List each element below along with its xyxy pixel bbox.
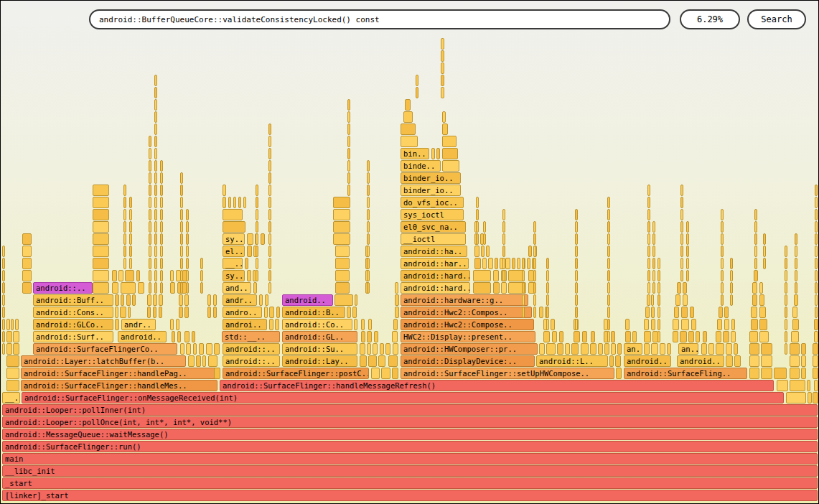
flame-frame[interactable] [442, 136, 457, 147]
flame-frame[interactable] [752, 294, 757, 306]
flame-frame[interactable] [128, 307, 131, 318]
flame-frame[interactable] [213, 307, 217, 318]
flame-frame[interactable] [681, 319, 689, 330]
flame-frame[interactable] [373, 343, 378, 355]
flame-frame[interactable] [647, 185, 650, 196]
flame-frame[interactable] [123, 233, 126, 245]
flame-frame[interactable] [815, 197, 818, 208]
flame-frame[interactable] [607, 233, 610, 245]
flame-frame[interactable] [247, 233, 253, 245]
flame-frame[interactable] [473, 282, 491, 294]
flame-frame[interactable] [245, 258, 248, 269]
flame-frame[interactable] [543, 331, 550, 342]
flame-frame[interactable] [680, 246, 683, 257]
flame-frame[interactable] [574, 331, 580, 342]
flame-frame[interactable] [154, 270, 157, 281]
flame-frame[interactable] [186, 246, 189, 257]
flame-frame[interactable] [268, 209, 271, 220]
flame-frame[interactable] [347, 123, 350, 135]
flame-frame[interactable] [559, 331, 563, 342]
flame-frame[interactable] [115, 307, 118, 318]
flame-frame[interactable] [154, 258, 157, 269]
flame-frame[interactable] [815, 258, 818, 269]
flame-frame[interactable] [808, 392, 812, 403]
flame-frame[interactable] [442, 148, 458, 159]
flame-frame[interactable] [785, 258, 787, 269]
flame-frame[interactable] [416, 87, 418, 98]
flame-frame[interactable] [405, 99, 411, 111]
flame-frame[interactable]: binde.. [401, 160, 441, 172]
flame-frame[interactable] [360, 355, 367, 367]
flame-frame[interactable] [160, 246, 163, 257]
flame-frame[interactable] [112, 270, 117, 281]
flame-frame[interactable] [2, 343, 5, 355]
flame-frame[interactable]: _start [2, 477, 818, 489]
flame-frame[interactable] [149, 258, 151, 269]
flame-frame[interactable] [539, 307, 543, 318]
flame-frame[interactable] [129, 221, 132, 233]
flame-frame[interactable] [647, 246, 650, 257]
flame-frame[interactable]: HWC2::Display::present.. [401, 331, 535, 342]
flame-frame[interactable] [149, 270, 151, 281]
flame-frame[interactable]: el.. [223, 246, 245, 257]
flame-frame[interactable] [790, 355, 800, 367]
flame-frame[interactable] [801, 343, 806, 355]
flame-frame[interactable] [686, 246, 689, 257]
flame-frame[interactable] [786, 392, 806, 403]
flame-frame[interactable] [184, 307, 189, 318]
flame-frame[interactable] [170, 270, 174, 281]
flame-frame[interactable] [680, 221, 683, 233]
flame-frame[interactable] [200, 258, 203, 269]
flame-frame[interactable] [6, 343, 12, 355]
flame-frame[interactable] [153, 294, 157, 306]
flame-frame[interactable] [154, 123, 157, 135]
flame-frame[interactable] [795, 282, 797, 294]
flame-frame[interactable] [202, 355, 206, 367]
flame-frame[interactable] [721, 233, 724, 245]
flame-frame[interactable] [625, 319, 630, 330]
flame-frame[interactable]: android.. [282, 294, 333, 306]
flame-frame[interactable] [126, 294, 131, 306]
flame-frame[interactable] [347, 307, 351, 318]
flame-frame[interactable] [486, 246, 490, 257]
flame-frame[interactable] [645, 307, 650, 318]
flame-frame[interactable] [355, 294, 357, 306]
flame-frame[interactable] [367, 197, 370, 208]
flame-frame[interactable] [268, 258, 271, 269]
flame-frame[interactable] [761, 355, 772, 367]
flame-frame[interactable] [275, 319, 279, 330]
flame-frame[interactable] [268, 282, 271, 294]
flame-frame[interactable] [207, 294, 211, 306]
flame-frame[interactable] [724, 319, 729, 330]
flame-frame[interactable] [667, 343, 671, 355]
flame-frame[interactable] [708, 343, 714, 355]
flame-frame[interactable] [188, 355, 195, 367]
flame-frame[interactable] [652, 221, 655, 233]
flame-frame[interactable] [441, 75, 444, 86]
flame-frame[interactable]: android::hardware::g.. [401, 294, 528, 306]
flame-frame[interactable] [154, 136, 157, 147]
flame-frame[interactable] [657, 282, 660, 294]
flame-frame[interactable] [749, 355, 759, 367]
flame-frame[interactable]: el0_svc_na.. [401, 221, 466, 233]
flame-frame[interactable] [367, 221, 370, 233]
flame-frame[interactable]: android::GLCo.. [33, 319, 113, 330]
flame-frame[interactable] [154, 75, 157, 86]
flame-frame[interactable] [660, 343, 665, 355]
flame-frame[interactable] [763, 258, 766, 269]
flame-frame[interactable]: android::Su.. [282, 343, 357, 355]
flame-frame[interactable] [186, 343, 191, 355]
flame-frame[interactable]: android::hard.. [401, 270, 470, 281]
flame-frame[interactable] [268, 270, 271, 281]
flame-frame[interactable] [726, 343, 732, 355]
flame-frame[interactable] [256, 197, 258, 208]
flame-frame[interactable] [160, 270, 163, 281]
flame-frame[interactable] [333, 197, 350, 208]
flame-frame[interactable] [193, 343, 197, 355]
flame-frame[interactable] [200, 270, 203, 281]
flame-frame[interactable] [734, 355, 741, 367]
flame-frame[interactable] [690, 307, 694, 318]
flame-frame[interactable] [200, 282, 203, 294]
flame-frame[interactable]: __ioctl [401, 233, 466, 245]
flame-frame[interactable] [228, 197, 231, 208]
